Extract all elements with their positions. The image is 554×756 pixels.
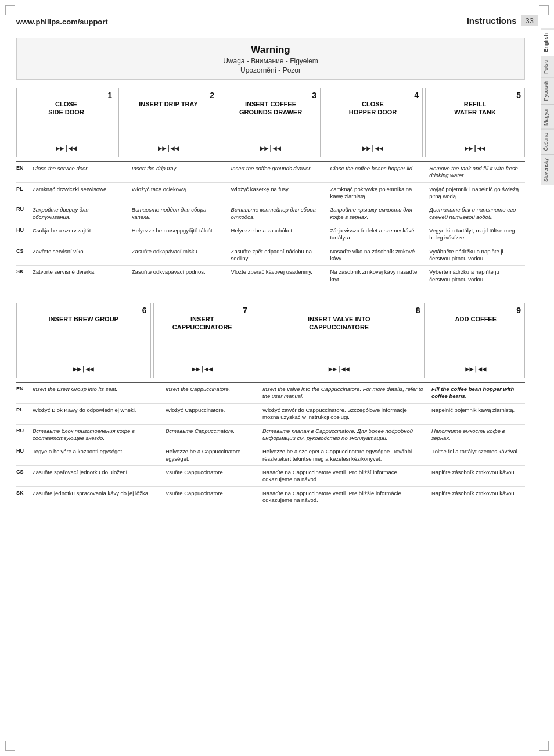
top-steps-row: 1 CLOSESIDE DOOR ▶▶|◀◀ 2 INSERT DRIP TRA… bbox=[16, 88, 525, 157]
warning-box: Warning Uwaga - Внимание - Figyelem Upoz… bbox=[16, 38, 525, 80]
lang-magyar[interactable]: Magyar bbox=[541, 104, 554, 129]
trans-sk-4: Na zásobník zrnkovej kávy nasaďte kryt. bbox=[326, 268, 426, 284]
trans-hu-3: Helyezze be a zacchókot. bbox=[228, 227, 327, 242]
corner-tr bbox=[539, 5, 549, 15]
step-7-nav: ▶▶|◀◀ bbox=[192, 365, 213, 373]
top-translations-table: EN Close the service door. Insert the dr… bbox=[16, 161, 525, 286]
btrans-cols-cs: Zasuňte spařovací jednotku do uložení. V… bbox=[29, 468, 525, 484]
trans-ru-2: Вставьте поддон для сбора капель. bbox=[128, 206, 228, 221]
header-instructions: Instructions bbox=[467, 16, 517, 26]
step-6-number: 6 bbox=[142, 306, 147, 315]
step-2-nav: ▶▶|◀◀ bbox=[158, 144, 179, 152]
trans-sk-5: Vyberte nádržku a naplňte ju čerstvou pi… bbox=[426, 268, 525, 284]
btrans-lang-hu: HU bbox=[16, 447, 29, 463]
btrans-cs-3: Nasaďte na Cappuccinatore ventil. Pro bl… bbox=[259, 468, 428, 484]
trans-pl-5: Wyjąć pojemnik i napełnić go świeżą pitn… bbox=[426, 185, 525, 201]
trans-hu-2: Helyezze be a cseppgyűjtő tálcát. bbox=[128, 227, 228, 242]
trans-pl-1: Zamknąć drzwiczki serwisowe. bbox=[29, 185, 128, 201]
trans-ru-1: Закройте дверцу для обслуживания. bbox=[29, 206, 128, 221]
bottom-steps-row: 6 INSERT BREW GROUP ▶▶|◀◀ 7 INSERTCAPPUC… bbox=[16, 303, 525, 378]
corner-br bbox=[539, 741, 549, 751]
step-4-nav-icon: ▶▶|◀◀ bbox=[362, 144, 383, 152]
trans-lang-hu: HU bbox=[16, 227, 29, 242]
trans-row-ru: RU Закройте дверцу для обслуживания. Вст… bbox=[16, 203, 525, 224]
header: www.philips.com/support Instructions 33 bbox=[16, 10, 538, 32]
btrans-lang-cs: CS bbox=[16, 468, 29, 484]
step-4-number: 4 bbox=[414, 91, 419, 100]
btrans-pl-4: Napełnić pojemnik kawą ziarnistą. bbox=[428, 406, 525, 422]
btrans-en-1: Insert the Brew Group into its seat. bbox=[29, 385, 162, 401]
step-3-nav-icon: ▶▶|◀◀ bbox=[260, 144, 281, 152]
trans-row-cs: CS Zavřete servisní víko. Zasuňte odkapá… bbox=[16, 245, 525, 266]
warning-title: Warning bbox=[17, 44, 524, 56]
lang-english[interactable]: English bbox=[541, 29, 554, 56]
step-7-nav-icon: ▶▶|◀◀ bbox=[192, 365, 213, 373]
header-url: www.philips.com/support bbox=[16, 17, 108, 26]
btrans-row-hu: HU Tegye a helyére a központi egységet. … bbox=[16, 445, 525, 466]
trans-ru-4: Закройте крышку емкости для кофе в зерна… bbox=[326, 206, 426, 221]
warning-sub1: Uwaga - Внимание - Figyelem bbox=[17, 57, 524, 65]
trans-ru-5: Достаньте бак и наполните его свежей пит… bbox=[426, 206, 525, 221]
step-1-nav: ▶▶|◀◀ bbox=[56, 144, 77, 152]
btrans-lang-en: EN bbox=[16, 385, 29, 401]
btrans-row-sk: SK Zasuňte jednotku spracovania kávy do … bbox=[16, 487, 525, 508]
btrans-hu-2: Helyezze be a Cappuccinatore egységet. bbox=[162, 447, 259, 463]
trans-cs-5: Vytáhněte nádržku a naplňte ji čerstvou … bbox=[426, 248, 525, 263]
step-9-box: 9 ADD COFFEE ▶▶|◀◀ bbox=[427, 303, 525, 378]
corner-tl bbox=[5, 5, 15, 15]
step-6-box: 6 INSERT BREW GROUP ▶▶|◀◀ bbox=[16, 303, 151, 378]
step-7-number: 7 bbox=[243, 306, 247, 315]
step-5-nav-icon: ▶▶|◀◀ bbox=[465, 144, 485, 152]
step-2-number: 2 bbox=[210, 91, 214, 100]
trans-cs-2: Zasuňte odkapávací misku. bbox=[128, 248, 228, 263]
btrans-pl-1: Włożyć Blok Kawy do odpowiedniej wnęki. bbox=[29, 406, 162, 422]
step-3-label: INSERT COFFEEGROUNDS DRAWER bbox=[239, 100, 302, 117]
trans-lang-cs: CS bbox=[16, 248, 29, 263]
btrans-pl-2: Włożyć Cappuccinatore. bbox=[162, 406, 259, 422]
step-8-nav-icon: ▶▶|◀◀ bbox=[329, 365, 350, 373]
btrans-lang-ru: RU bbox=[16, 427, 29, 443]
step-9-label: ADD COFFEE bbox=[455, 315, 497, 323]
trans-en-4: Close the coffee beans hopper lid. bbox=[326, 164, 426, 180]
btrans-en-2: Insert the Cappuccinatore. bbox=[162, 385, 259, 401]
step-3-nav: ▶▶|◀◀ bbox=[260, 144, 281, 152]
btrans-sk-1: Zasuňte jednotku spracovania kávy do jej… bbox=[29, 489, 162, 505]
lang-cestina[interactable]: Čeština bbox=[541, 129, 554, 155]
step-2-label: INSERT DRIP TRAY bbox=[139, 100, 197, 108]
btrans-sk-3: Nasaďte na Cappuccinatore ventil. Pre bl… bbox=[259, 489, 428, 505]
btrans-row-en: EN Insert the Brew Group into its seat. … bbox=[16, 383, 525, 404]
lang-polski[interactable]: Polski bbox=[541, 56, 554, 77]
trans-sk-3: Vložte zberač kávovej usadeniny. bbox=[228, 268, 327, 284]
step-2-box: 2 INSERT DRIP TRAY ▶▶|◀◀ bbox=[118, 88, 218, 157]
btrans-cols-hu: Tegye a helyére a központi egységet. Hel… bbox=[29, 447, 525, 463]
btrans-hu-1: Tegye a helyére a központi egységet. bbox=[29, 447, 162, 463]
step-8-nav: ▶▶|◀◀ bbox=[329, 365, 350, 373]
step-9-number: 9 bbox=[516, 306, 521, 315]
trans-cs-4: Nasaďte víko na zásobník zrnkové kávy. bbox=[326, 248, 426, 263]
btrans-ru-3: Вставьте клапан в Cappuccinatore. Для бо… bbox=[259, 427, 428, 443]
trans-sk-1: Zatvorte servisné dvierka. bbox=[29, 268, 128, 284]
lang-slovensky[interactable]: Slovensky bbox=[541, 154, 554, 185]
section-divider bbox=[16, 297, 538, 303]
trans-pl-2: Włożyć tacę ociekową. bbox=[128, 185, 228, 201]
step-8-box: 8 INSERT VALVE INTOCAPPUCCINATORE ▶▶|◀◀ bbox=[254, 303, 425, 378]
trans-cs-1: Zavřete servisní víko. bbox=[29, 248, 128, 263]
btrans-row-cs: CS Zasuňte spařovací jednotku do uložení… bbox=[16, 466, 525, 487]
step-9-nav-icon: ▶▶|◀◀ bbox=[465, 365, 486, 373]
header-right: Instructions 33 bbox=[467, 15, 538, 26]
btrans-en-3: Insert the valve into the Cappuccinatore… bbox=[259, 385, 428, 401]
btrans-hu-3: Helyezze be a szelepet a Cappuccinatore … bbox=[259, 447, 428, 463]
step-4-box: 4 CLOSEHOPPER DOOR ▶▶|◀◀ bbox=[323, 88, 423, 157]
step-6-nav-icon: ▶▶|◀◀ bbox=[73, 365, 94, 373]
step-1-label: CLOSESIDE DOOR bbox=[48, 100, 84, 117]
lang-russian[interactable]: Русский bbox=[541, 77, 554, 104]
btrans-sk-2: Vsuňte Cappuccinatore. bbox=[162, 489, 259, 505]
step-7-box: 7 INSERTCAPPUCCINATORE ▶▶|◀◀ bbox=[153, 303, 251, 378]
trans-row-hu: HU Csukja be a szervizajtót. Helyezze be… bbox=[16, 224, 525, 245]
trans-cols-ru: Закройте дверцу для обслуживания. Вставь… bbox=[29, 206, 525, 221]
trans-lang-sk: SK bbox=[16, 268, 29, 284]
step-1-nav-icon: ▶▶|◀◀ bbox=[56, 144, 77, 152]
trans-cols-hu: Csukja be a szervizajtót. Helyezze be a … bbox=[29, 227, 525, 242]
step-6-label: INSERT BREW GROUP bbox=[49, 315, 118, 323]
trans-sk-2: Zasuňte odkvapávací podnos. bbox=[128, 268, 228, 284]
